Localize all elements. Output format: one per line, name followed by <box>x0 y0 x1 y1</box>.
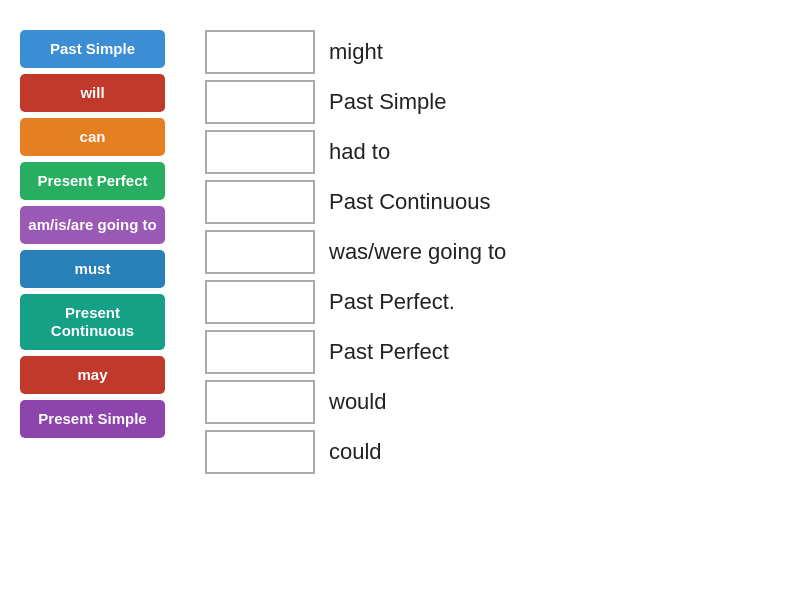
row-past-perfect-dot-dropbox[interactable] <box>205 280 315 324</box>
row-past-perfect-dot-row: Past Perfect. <box>205 280 780 324</box>
row-past-simple-label: Past Simple <box>329 89 446 115</box>
btn-must[interactable]: must <box>20 250 165 288</box>
row-past-continuous-row: Past Continuous <box>205 180 780 224</box>
row-had-to-label: had to <box>329 139 390 165</box>
row-past-continuous-dropbox[interactable] <box>205 180 315 224</box>
row-had-to-dropbox[interactable] <box>205 130 315 174</box>
btn-will[interactable]: will <box>20 74 165 112</box>
btn-past-simple[interactable]: Past Simple <box>20 30 165 68</box>
row-would-dropbox[interactable] <box>205 380 315 424</box>
row-was-were-going-to-dropbox[interactable] <box>205 230 315 274</box>
row-past-perfect-label: Past Perfect <box>329 339 449 365</box>
row-was-were-going-to-label: was/were going to <box>329 239 506 265</box>
row-could-label: could <box>329 439 382 465</box>
row-had-to-row: had to <box>205 130 780 174</box>
row-might-label: might <box>329 39 383 65</box>
row-would-row: would <box>205 380 780 424</box>
row-past-perfect-row: Past Perfect <box>205 330 780 374</box>
btn-present-continuous[interactable]: Present Continuous <box>20 294 165 350</box>
row-past-simple-row: Past Simple <box>205 80 780 124</box>
row-was-were-going-to-row: was/were going to <box>205 230 780 274</box>
left-panel: Past SimplewillcanPresent Perfectam/is/a… <box>20 20 165 438</box>
right-panel: mightPast Simplehad toPast Continuouswas… <box>165 20 780 474</box>
btn-am-is-are-going-to[interactable]: am/is/are going to <box>20 206 165 244</box>
btn-present-simple[interactable]: Present Simple <box>20 400 165 438</box>
row-might-dropbox[interactable] <box>205 30 315 74</box>
row-past-simple-dropbox[interactable] <box>205 80 315 124</box>
row-past-perfect-dot-label: Past Perfect. <box>329 289 455 315</box>
row-might-row: might <box>205 30 780 74</box>
row-could-dropbox[interactable] <box>205 430 315 474</box>
row-past-perfect-dropbox[interactable] <box>205 330 315 374</box>
btn-may[interactable]: may <box>20 356 165 394</box>
btn-present-perfect[interactable]: Present Perfect <box>20 162 165 200</box>
row-would-label: would <box>329 389 386 415</box>
btn-can[interactable]: can <box>20 118 165 156</box>
row-could-row: could <box>205 430 780 474</box>
row-past-continuous-label: Past Continuous <box>329 189 490 215</box>
